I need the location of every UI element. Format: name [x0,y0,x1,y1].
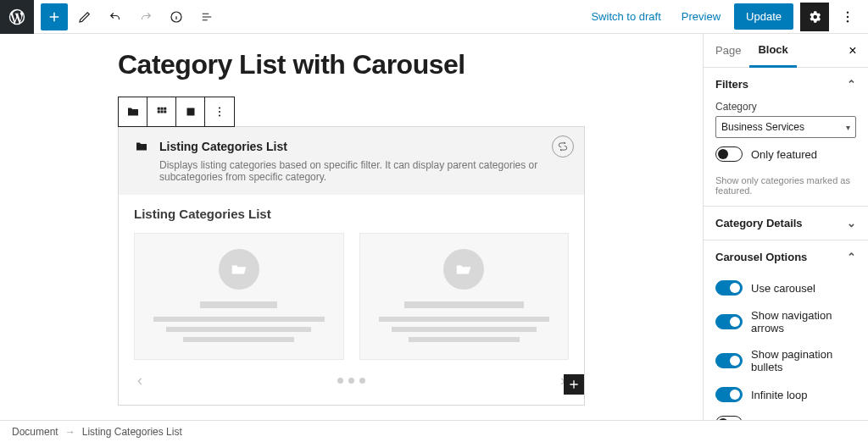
loop-icon[interactable] [552,135,574,157]
block-description: Displays listing categories based on spe… [159,159,569,183]
update-button[interactable]: Update [734,3,793,30]
infinite-loop-toggle[interactable] [715,387,743,402]
tab-block[interactable]: Block [749,34,796,68]
insert-block-button[interactable] [564,374,584,395]
listing-categories-block[interactable]: Listing Categories List Displays listing… [118,126,585,406]
svg-point-11 [219,107,220,108]
switch-to-draft-button[interactable]: Switch to draft [584,5,667,28]
settings-button[interactable] [800,3,829,31]
panel-category-details-header[interactable]: Category Details⌄ [704,207,868,240]
preview-title: Listing Categories List [134,207,569,221]
svg-rect-7 [157,111,159,113]
carousel-prev-arrow[interactable]: ‹ [137,372,142,390]
block-header: Listing Categories List Displays listing… [119,127,584,195]
use-carousel-toggle[interactable] [715,280,743,296]
svg-rect-6 [164,108,166,110]
folder-open-icon [230,260,248,279]
square-icon[interactable] [176,97,205,126]
more-options-button[interactable] [836,3,860,31]
panel-carousel-header[interactable]: Carousel Options⌃ [704,240,868,273]
wordpress-logo[interactable] [0,0,34,34]
svg-point-1 [847,11,849,13]
svg-point-3 [847,20,849,22]
undo-button[interactable] [102,3,129,30]
nav-arrows-toggle[interactable] [715,314,743,329]
breadcrumb: Document → Listing Categories List [0,420,868,442]
svg-rect-8 [160,111,163,113]
page-title[interactable]: Category List with Carousel [118,49,703,80]
chevron-up-icon: ⌃ [847,251,856,263]
close-sidebar-button[interactable]: × [841,39,865,63]
settings-sidebar: Page Block × Filters⌃ Category Business … [703,34,868,420]
carousel-bullets[interactable] [337,378,365,384]
panel-filters-header[interactable]: Filters⌃ [704,68,868,101]
info-icon[interactable] [163,3,190,30]
breadcrumb-leaf[interactable]: Listing Categories List [82,426,182,438]
svg-rect-4 [157,108,159,110]
block-more-icon[interactable] [205,97,234,126]
svg-rect-10 [186,108,194,116]
svg-point-2 [847,15,849,17]
only-featured-toggle[interactable] [715,146,743,162]
preview-button[interactable]: Preview [675,5,727,28]
svg-point-12 [219,111,220,113]
folder-open-icon [454,260,473,279]
svg-rect-5 [160,108,163,110]
folder-icon [134,139,149,154]
editor-canvas: Category List with Carousel Listing Cate… [0,34,703,420]
redo-button [132,3,159,30]
block-name: Listing Categories List [159,140,287,153]
add-block-button[interactable] [41,3,68,30]
category-card-placeholder [134,233,344,360]
chevron-down-icon: ▾ [846,123,850,132]
pagination-toggle[interactable] [715,353,743,368]
auto-height-toggle[interactable] [715,416,743,420]
chevron-right-icon: → [65,426,75,438]
only-featured-help: Show only categories marked as featured. [704,174,868,206]
folder-icon[interactable] [119,97,147,126]
svg-rect-9 [164,111,166,113]
breadcrumb-root[interactable]: Document [12,426,58,438]
category-label: Category [715,101,856,113]
chevron-up-icon: ⌃ [847,78,856,91]
category-card-placeholder [359,233,570,360]
tab-page[interactable]: Page [707,34,749,68]
only-featured-label: Only featured [751,148,817,161]
outline-icon[interactable] [193,3,220,30]
svg-point-13 [219,114,220,116]
chevron-down-icon: ⌄ [847,217,856,229]
category-select[interactable]: Business Services▾ [715,116,856,138]
edit-icon[interactable] [71,3,98,30]
top-toolbar: Switch to draft Preview Update [0,0,868,34]
block-toolbar [118,97,235,127]
grid-icon[interactable] [147,97,176,126]
